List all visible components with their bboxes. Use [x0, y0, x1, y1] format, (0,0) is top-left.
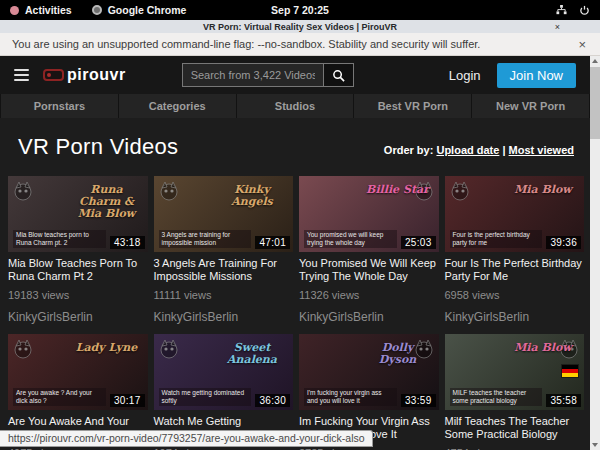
activities-button[interactable]: Activities: [25, 4, 72, 16]
duration-badge: 35:58: [546, 394, 581, 407]
activities-indicator-icon: [10, 6, 19, 15]
site-logo-text: pirouvr: [67, 66, 126, 84]
video-channel-link[interactable]: KinkyGirlsBerlin: [154, 310, 294, 324]
video-grid: Runa Charm & Mia BlowMia Blow teaches po…: [0, 172, 590, 450]
duration-badge: 43:18: [110, 236, 145, 249]
chrome-infobar: You are using an unsupported command-lin…: [0, 33, 600, 56]
video-card[interactable]: Billie StarYou promised we will keep try…: [299, 176, 439, 324]
duration-badge: 36:30: [255, 394, 290, 407]
video-channel-link[interactable]: KinkyGirlsBerlin: [445, 310, 585, 324]
german-flag-icon: [561, 364, 579, 378]
thumbnail-overlay-title: Sweet Analena: [216, 342, 288, 366]
search-bar: [182, 63, 354, 87]
nav-item-best-vr-porn[interactable]: Best VR Porn: [353, 94, 471, 118]
nav-item-categories[interactable]: Categories: [118, 94, 236, 118]
order-link-most-viewed[interactable]: Most viewed: [509, 144, 574, 156]
thumbnail-overlay-title: Mia Blow: [507, 342, 579, 354]
video-views: 11326 views: [299, 289, 439, 301]
search-button[interactable]: [324, 63, 354, 87]
video-channel-link[interactable]: KinkyGirlsBerlin: [8, 310, 148, 324]
thumbnail-overlay-title: Mia Blow: [507, 184, 579, 196]
system-top-bar: Activities Google Chrome Sep 7 20:25: [0, 0, 600, 20]
order-link-separator: |: [499, 144, 505, 156]
chrome-app-icon: [92, 5, 102, 15]
video-views: 6958 views: [445, 289, 585, 301]
join-now-button[interactable]: Join Now: [497, 63, 576, 88]
video-thumbnail[interactable]: Kinky Angels3 Angels are training for im…: [154, 176, 294, 252]
video-title[interactable]: Milf Teaches The Teacher Some Practical …: [445, 415, 585, 441]
power-icon[interactable]: [579, 5, 590, 16]
duration-badge: 47:01: [255, 236, 290, 249]
video-title[interactable]: 3 Angels Are Training For Impossible Mis…: [154, 257, 294, 283]
thumbnail-caption: MILF teaches the teacher some practical …: [450, 388, 543, 406]
thumbnail-caption: I'm fucking your virgin ass and you will…: [304, 388, 397, 406]
thumbnail-overlay-title: Billie Star: [362, 184, 434, 196]
video-views: 19183 views: [8, 289, 148, 301]
video-thumbnail[interactable]: Mia BlowMILF teaches the teacher some pr…: [445, 334, 585, 410]
video-thumbnail[interactable]: Sweet AnalenaWatch me getting dominated …: [154, 334, 294, 410]
video-thumbnail[interactable]: Dolly DysonI'm fucking your virgin ass a…: [299, 334, 439, 410]
login-link[interactable]: Login: [449, 68, 481, 83]
video-thumbnail[interactable]: Lady LyneAre you awake ? And your dick a…: [8, 334, 148, 410]
nav-item-pornstars[interactable]: Pornstars: [0, 94, 118, 118]
duration-badge: 25:03: [401, 236, 436, 249]
thumbnail-caption: You promised we will keep trying the who…: [304, 230, 397, 248]
page-scrollbar[interactable]: [590, 56, 600, 450]
page-title: VR Porn Videos: [18, 134, 178, 160]
thumbnail-caption: Mia Blow teaches porn to Runa Charm pt. …: [13, 230, 106, 248]
studio-watermark-icon: [157, 179, 181, 203]
video-card[interactable]: Runa Charm & Mia BlowMia Blow teaches po…: [8, 176, 148, 324]
browser-tab-bar: VR Porn: Virtual Reality Sex Videos | Pi…: [0, 20, 600, 33]
video-card[interactable]: Mia BlowFour is the perfect birthday par…: [445, 176, 585, 324]
order-by-label: Order by:: [384, 144, 434, 156]
video-views: 11111 views: [154, 289, 294, 301]
video-channel-link[interactable]: KinkyGirlsBerlin: [299, 310, 439, 324]
order-link-upload-date[interactable]: Upload date: [436, 144, 499, 156]
scrollbar-up-arrow[interactable]: [590, 56, 600, 66]
menu-hamburger-icon[interactable]: [14, 69, 29, 82]
video-title[interactable]: Mia Blow Teaches Porn To Runa Charm Pt 2: [8, 257, 148, 283]
tab-title[interactable]: VR Porn: Virtual Reality Sex Videos | Pi…: [0, 22, 600, 32]
search-icon: [332, 69, 345, 82]
tab-close-icon[interactable]: ×: [555, 22, 560, 32]
page-title-row: VR Porn Videos Order by: Upload date | M…: [0, 118, 590, 172]
nav-item-new-vr-porn[interactable]: New VR Porn: [471, 94, 590, 118]
duration-badge: 39:36: [546, 236, 581, 249]
video-title[interactable]: You Promised We Will Keep Trying The Who…: [299, 257, 439, 283]
site-logo[interactable]: pirouvr: [43, 66, 126, 84]
focused-app-menu[interactable]: Google Chrome: [108, 4, 187, 16]
network-icon[interactable]: [556, 5, 567, 16]
search-input[interactable]: [182, 63, 324, 87]
system-clock[interactable]: Sep 7 20:25: [271, 4, 329, 16]
studio-watermark-icon: [448, 179, 472, 203]
thumbnail-overlay-title: Lady Lyne: [71, 342, 143, 354]
video-title[interactable]: Four Is The Perfect Birthday Party For M…: [445, 257, 585, 283]
video-thumbnail[interactable]: Billie StarYou promised we will keep try…: [299, 176, 439, 252]
site-header: pirouvr Login Join Now: [0, 56, 590, 94]
thumbnail-overlay-title: Runa Charm & Mia Blow: [71, 184, 143, 220]
studio-watermark-icon: [11, 179, 35, 203]
thumbnail-caption: Four is the perfect birthday party for m…: [450, 230, 543, 248]
thumbnail-overlay-title: Dolly Dyson: [362, 342, 434, 366]
video-card[interactable]: Kinky Angels3 Angels are training for im…: [154, 176, 294, 324]
vr-headset-logo-icon: [43, 69, 64, 81]
duration-badge: 30:17: [110, 394, 145, 407]
studio-watermark-icon: [11, 337, 35, 361]
thumbnail-overlay-title: Kinky Angels: [216, 184, 288, 208]
duration-badge: 33:59: [401, 394, 436, 407]
nav-item-studios[interactable]: Studios: [236, 94, 354, 118]
video-thumbnail[interactable]: Mia BlowFour is the perfect birthday par…: [445, 176, 585, 252]
scrollbar-thumb[interactable]: [590, 67, 600, 139]
infobar-close-icon[interactable]: ×: [578, 37, 588, 52]
browser-viewport: pirouvr Login Join Now PornstarsCategori…: [0, 56, 600, 450]
scrollbar-down-arrow[interactable]: [590, 440, 600, 450]
video-thumbnail[interactable]: Runa Charm & Mia BlowMia Blow teaches po…: [8, 176, 148, 252]
site-nav: PornstarsCategoriesStudiosBest VR PornNe…: [0, 94, 590, 118]
infobar-message: You are using an unsupported command-lin…: [12, 38, 480, 50]
studio-watermark-icon: [157, 337, 181, 361]
thumbnail-caption: 3 Angels are training for impossible mis…: [159, 230, 252, 248]
thumbnail-caption: Are you awake ? And your dick also ?: [13, 388, 106, 406]
thumbnail-caption: Watch me getting dominated softly: [159, 388, 252, 406]
status-bar-url: https://pirouvr.com/vr-porn-video/779325…: [0, 430, 373, 447]
video-card[interactable]: Mia BlowMILF teaches the teacher some pr…: [445, 334, 585, 450]
